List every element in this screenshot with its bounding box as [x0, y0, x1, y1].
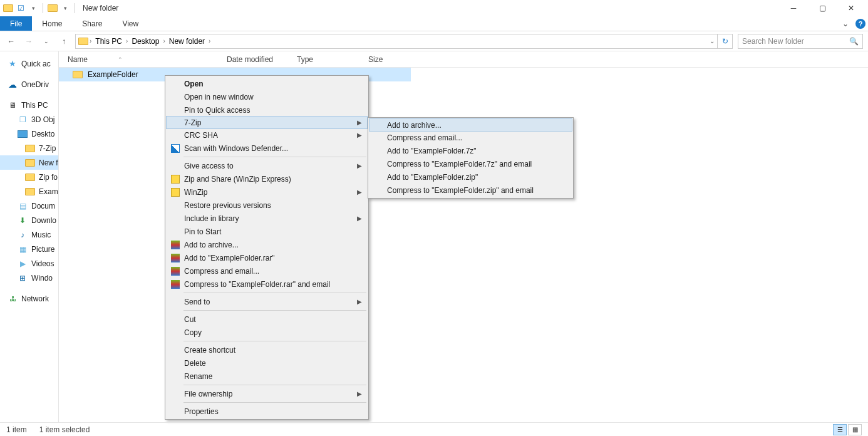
menu-item-create-shortcut[interactable]: Create shortcut — [167, 343, 367, 356]
column-size[interactable]: Size — [361, 55, 407, 64]
sidebar-item-7zip[interactable]: 7-Zip — [0, 141, 58, 155]
menu-item-compress-and-email[interactable]: Compress and email... — [369, 131, 572, 144]
menu-item-add-rar[interactable]: Add to "ExampleFolder.rar" — [167, 251, 367, 264]
menu-item-compress-email[interactable]: Compress and email... — [167, 264, 367, 278]
shield-icon — [170, 143, 180, 153]
menu-item-copy[interactable]: Copy — [167, 326, 367, 339]
search-icon: 🔍 — [849, 37, 859, 46]
column-type[interactable]: Type — [289, 55, 361, 64]
address-bar[interactable]: › This PC › Desktop › New folder › ⌄ — [75, 34, 718, 49]
menu-item-compress-7z-email[interactable]: Compress to "ExampleFolder.7z" and email — [369, 157, 572, 170]
sidebar-item-label: New f — [39, 158, 58, 167]
menu-item-properties[interactable]: Properties — [167, 405, 367, 418]
breadcrumb-folder[interactable]: New folder — [167, 37, 207, 46]
tab-file[interactable]: File — [0, 16, 32, 31]
menu-item-pin-quick-access[interactable]: Pin to Quick access — [167, 103, 367, 117]
cube-icon — [18, 115, 28, 125]
sidebar-item-documents[interactable]: Docum — [0, 199, 58, 213]
ribbon-collapse-icon[interactable]: ⌄ — [838, 16, 853, 31]
menu-item-label: Zip and Share (WinZip Express) — [184, 175, 291, 184]
sidebar-item-this-pc[interactable]: This PC — [0, 98, 58, 112]
chevron-right-icon: ▶ — [357, 215, 362, 222]
menu-item-rename[interactable]: Rename — [167, 370, 367, 383]
minimize-button[interactable]: ─ — [779, 0, 808, 16]
breadcrumb-pc[interactable]: This PC — [93, 37, 125, 46]
menu-item-7zip[interactable]: 7-Zip▶ — [166, 116, 368, 129]
separator — [75, 3, 75, 13]
ribbon-tabs: File Home Share View ⌄ ? — [0, 16, 868, 31]
sidebar-item-quick-access[interactable]: Quick ac — [0, 56, 58, 71]
refresh-button[interactable]: ↻ — [718, 34, 733, 49]
menu-item-crc-sha[interactable]: CRC SHA▶ — [167, 128, 367, 142]
tab-share[interactable]: Share — [72, 16, 112, 31]
help-button[interactable]: ? — [853, 16, 868, 31]
menu-item-add-zip[interactable]: Add to "ExampleFolder.zip" — [369, 170, 572, 184]
sidebar-item-zip-folder[interactable]: Zip fo — [0, 170, 58, 184]
separator — [183, 402, 366, 403]
menu-item-winzip-express[interactable]: Zip and Share (WinZip Express) — [167, 172, 367, 185]
menu-item-delete[interactable]: Delete — [167, 356, 367, 370]
menu-item-compress-rar-email[interactable]: Compress to "ExampleFolder.rar" and emai… — [167, 278, 367, 291]
qat-dropdown-icon[interactable]: ▾ — [59, 3, 71, 14]
sidebar-item-windows[interactable]: Windo — [0, 271, 58, 285]
chevron-right-icon[interactable]: › — [126, 38, 128, 44]
menu-item-winzip[interactable]: WinZip▶ — [167, 185, 367, 199]
recent-dropdown-icon[interactable]: ⌄ — [40, 35, 53, 48]
column-name[interactable]: Name⌃ — [59, 55, 219, 64]
menu-item-add-to-archive[interactable]: Add to archive... — [369, 118, 572, 132]
menu-item-send-to[interactable]: Send to▶ — [167, 295, 367, 308]
properties-qat-icon[interactable]: ☑ — [15, 3, 26, 14]
menu-item-pin-start[interactable]: Pin to Start — [167, 225, 367, 238]
sidebar-item-downloads[interactable]: Downlo — [0, 213, 58, 227]
view-large-icons-button[interactable]: ▦ — [848, 424, 862, 435]
menu-item-defender[interactable]: Scan with Windows Defender... — [167, 142, 367, 155]
picture-icon — [18, 244, 28, 254]
menu-item-file-ownership[interactable]: File ownership▶ — [167, 387, 367, 400]
chevron-right-icon[interactable]: › — [90, 38, 91, 44]
menu-item-compress-zip-email[interactable]: Compress to "ExampleFolder.zip" and emai… — [369, 184, 572, 197]
folder-icon — [25, 158, 35, 168]
sidebar-item-videos[interactable]: Videos — [0, 256, 58, 271]
menu-item-include-library[interactable]: Include in library▶ — [167, 212, 367, 225]
menu-item-add-archive[interactable]: Add to archive... — [167, 238, 367, 251]
tab-home[interactable]: Home — [32, 16, 72, 31]
sidebar-item-network[interactable]: Network — [0, 291, 58, 306]
chevron-right-icon[interactable]: › — [163, 38, 165, 44]
rar-icon — [170, 240, 180, 250]
breadcrumb-desktop[interactable]: Desktop — [129, 37, 162, 46]
menu-item-give-access[interactable]: Give access to▶ — [167, 159, 367, 172]
sidebar-item-music[interactable]: Music — [0, 227, 58, 242]
maximize-button[interactable]: ▢ — [808, 0, 837, 16]
sidebar-item-desktop[interactable]: Deskto — [0, 127, 58, 141]
back-button[interactable]: ← — [5, 35, 18, 48]
rar-icon — [170, 279, 180, 289]
chevron-right-icon: ▶ — [357, 390, 362, 397]
title-bar: ☑ ▾ ▾ New folder ─ ▢ ✕ — [0, 0, 868, 16]
sidebar-item-onedrive[interactable]: OneDriv — [0, 77, 58, 91]
navigation-pane: Quick ac OneDriv This PC 3D Obj Deskto 7… — [0, 51, 59, 422]
menu-item-open-new-window[interactable]: Open in new window — [167, 90, 367, 103]
sidebar-item-example[interactable]: Examp — [0, 184, 58, 199]
menu-item-open[interactable]: Open — [167, 77, 367, 90]
sidebar-item-pictures[interactable]: Picture — [0, 242, 58, 256]
menu-item-restore[interactable]: Restore previous versions — [167, 199, 367, 212]
qat-dropdown-icon[interactable]: ▾ — [28, 3, 39, 14]
tab-view[interactable]: View — [112, 16, 148, 31]
sidebar-item-new-folder[interactable]: New f — [0, 155, 58, 170]
view-details-button[interactable]: ☰ — [833, 424, 847, 435]
menu-item-label: Include in library — [184, 214, 239, 223]
chevron-right-icon[interactable]: › — [209, 38, 210, 44]
close-button[interactable]: ✕ — [837, 0, 865, 16]
chevron-right-icon: ▶ — [357, 162, 362, 169]
column-date[interactable]: Date modified — [219, 55, 289, 64]
sidebar-item-3d-objects[interactable]: 3D Obj — [0, 112, 58, 127]
search-input[interactable]: Search New folder 🔍 — [738, 34, 863, 49]
up-button[interactable]: ↑ — [58, 35, 70, 48]
forward-button[interactable]: → — [23, 35, 35, 48]
sidebar-item-label: 7-Zip — [39, 144, 56, 153]
winzip-icon — [170, 174, 180, 184]
status-bar: 1 item 1 item selected ☰ ▦ — [0, 422, 868, 436]
menu-item-add-7z[interactable]: Add to "ExampleFolder.7z" — [369, 144, 572, 157]
address-dropdown-icon[interactable]: ⌄ — [710, 38, 715, 44]
menu-item-cut[interactable]: Cut — [167, 313, 367, 326]
